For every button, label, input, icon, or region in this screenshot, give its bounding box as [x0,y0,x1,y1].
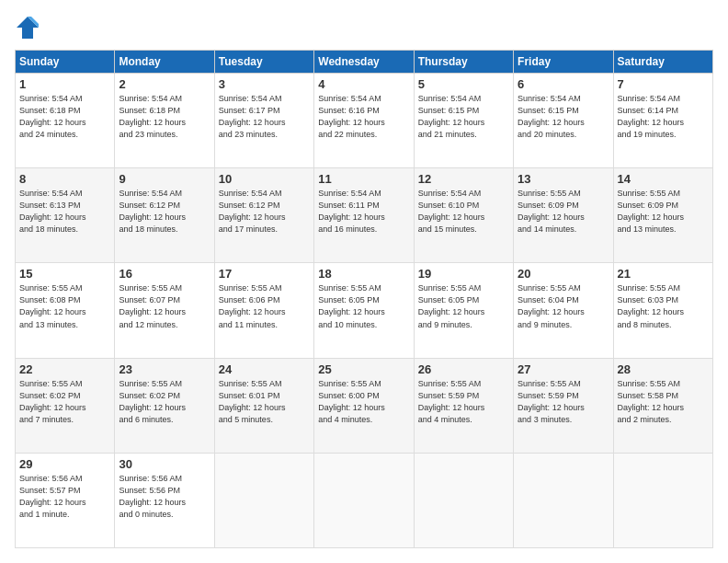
calendar-cell [613,453,712,547]
day-number: 9 [119,172,210,186]
day-info: Sunrise: 5:55 AM Sunset: 6:02 PM Dayligh… [119,378,210,426]
day-number: 21 [618,267,709,281]
day-number: 19 [418,267,509,281]
day-number: 25 [318,362,409,376]
calendar-cell: 29Sunrise: 5:56 AM Sunset: 5:57 PM Dayli… [16,453,115,547]
day-number: 26 [418,362,509,376]
day-info: Sunrise: 5:54 AM Sunset: 6:13 PM Dayligh… [19,188,110,236]
calendar-cell: 9Sunrise: 5:54 AM Sunset: 6:12 PM Daylig… [115,168,214,263]
calendar-cell [414,453,513,547]
calendar-week-1: 1Sunrise: 5:54 AM Sunset: 6:18 PM Daylig… [16,74,713,168]
day-info: Sunrise: 5:55 AM Sunset: 6:05 PM Dayligh… [418,282,509,330]
day-number: 17 [219,267,310,281]
day-info: Sunrise: 5:55 AM Sunset: 6:08 PM Dayligh… [19,282,110,330]
day-number: 3 [219,77,310,91]
day-info: Sunrise: 5:54 AM Sunset: 6:12 PM Dayligh… [119,188,210,236]
day-info: Sunrise: 5:55 AM Sunset: 6:09 PM Dayligh… [618,188,709,236]
calendar-cell: 5Sunrise: 5:54 AM Sunset: 6:15 PM Daylig… [414,74,513,168]
calendar-cell [514,453,613,547]
calendar-cell: 11Sunrise: 5:54 AM Sunset: 6:11 PM Dayli… [314,168,414,263]
day-info: Sunrise: 5:55 AM Sunset: 5:59 PM Dayligh… [418,378,509,426]
calendar-cell: 21Sunrise: 5:55 AM Sunset: 6:03 PM Dayli… [613,263,712,358]
day-info: Sunrise: 5:54 AM Sunset: 6:15 PM Dayligh… [518,93,609,141]
calendar-week-3: 15Sunrise: 5:55 AM Sunset: 6:08 PM Dayli… [16,263,713,358]
header [15,15,713,40]
calendar-week-5: 29Sunrise: 5:56 AM Sunset: 5:57 PM Dayli… [16,453,713,547]
calendar-cell: 28Sunrise: 5:55 AM Sunset: 5:58 PM Dayli… [613,358,712,453]
day-number: 2 [119,77,210,91]
day-number: 10 [219,172,310,186]
day-info: Sunrise: 5:54 AM Sunset: 6:15 PM Dayligh… [418,93,509,141]
calendar-cell: 13Sunrise: 5:55 AM Sunset: 6:09 PM Dayli… [514,168,613,263]
day-number: 12 [418,172,509,186]
calendar-cell [214,453,313,547]
day-number: 11 [318,172,409,186]
day-header-tuesday: Tuesday [214,51,313,74]
day-info: Sunrise: 5:55 AM Sunset: 6:06 PM Dayligh… [219,282,310,330]
day-info: Sunrise: 5:54 AM Sunset: 6:16 PM Dayligh… [318,93,409,141]
day-number: 22 [19,362,110,376]
day-number: 16 [119,267,210,281]
calendar-cell: 10Sunrise: 5:54 AM Sunset: 6:12 PM Dayli… [214,168,313,263]
day-info: Sunrise: 5:55 AM Sunset: 6:07 PM Dayligh… [119,282,210,330]
day-number: 18 [318,267,409,281]
day-header-sunday: Sunday [16,51,115,74]
day-number: 1 [19,77,110,91]
day-info: Sunrise: 5:54 AM Sunset: 6:12 PM Dayligh… [219,188,310,236]
day-header-saturday: Saturday [613,51,712,74]
day-number: 14 [618,172,709,186]
svg-marker-0 [17,17,39,39]
day-info: Sunrise: 5:55 AM Sunset: 5:58 PM Dayligh… [618,378,709,426]
day-number: 29 [19,457,110,471]
calendar-cell: 4Sunrise: 5:54 AM Sunset: 6:16 PM Daylig… [314,74,414,168]
day-header-wednesday: Wednesday [314,51,414,74]
day-info: Sunrise: 5:55 AM Sunset: 6:04 PM Dayligh… [518,282,609,330]
calendar-cell: 3Sunrise: 5:54 AM Sunset: 6:17 PM Daylig… [214,74,313,168]
calendar-cell: 20Sunrise: 5:55 AM Sunset: 6:04 PM Dayli… [514,263,613,358]
calendar-cell: 27Sunrise: 5:55 AM Sunset: 5:59 PM Dayli… [514,358,613,453]
page: SundayMondayTuesdayWednesdayThursdayFrid… [0,0,728,563]
day-info: Sunrise: 5:55 AM Sunset: 6:09 PM Dayligh… [518,188,609,236]
day-header-thursday: Thursday [414,51,513,74]
day-number: 13 [518,172,609,186]
day-info: Sunrise: 5:55 AM Sunset: 6:01 PM Dayligh… [219,378,310,426]
day-number: 20 [518,267,609,281]
day-number: 28 [618,362,709,376]
day-info: Sunrise: 5:54 AM Sunset: 6:17 PM Dayligh… [219,93,310,141]
day-info: Sunrise: 5:54 AM Sunset: 6:14 PM Dayligh… [618,93,709,141]
day-info: Sunrise: 5:54 AM Sunset: 6:11 PM Dayligh… [318,188,409,236]
day-info: Sunrise: 5:54 AM Sunset: 6:18 PM Dayligh… [19,93,110,141]
day-number: 27 [518,362,609,376]
day-number: 5 [418,77,509,91]
day-number: 6 [518,77,609,91]
calendar-cell: 2Sunrise: 5:54 AM Sunset: 6:18 PM Daylig… [115,74,214,168]
day-header-friday: Friday [514,51,613,74]
day-info: Sunrise: 5:54 AM Sunset: 6:10 PM Dayligh… [418,188,509,236]
calendar-cell: 24Sunrise: 5:55 AM Sunset: 6:01 PM Dayli… [214,358,313,453]
logo [15,15,44,40]
day-info: Sunrise: 5:55 AM Sunset: 5:59 PM Dayligh… [518,378,609,426]
calendar-week-4: 22Sunrise: 5:55 AM Sunset: 6:02 PM Dayli… [16,358,713,453]
calendar-table: SundayMondayTuesdayWednesdayThursdayFrid… [15,50,713,548]
day-info: Sunrise: 5:55 AM Sunset: 6:05 PM Dayligh… [318,282,409,330]
day-header-monday: Monday [115,51,214,74]
calendar-cell: 18Sunrise: 5:55 AM Sunset: 6:05 PM Dayli… [314,263,414,358]
calendar-cell: 1Sunrise: 5:54 AM Sunset: 6:18 PM Daylig… [16,74,115,168]
day-info: Sunrise: 5:54 AM Sunset: 6:18 PM Dayligh… [119,93,210,141]
calendar-cell: 8Sunrise: 5:54 AM Sunset: 6:13 PM Daylig… [16,168,115,263]
calendar-cell: 15Sunrise: 5:55 AM Sunset: 6:08 PM Dayli… [16,263,115,358]
day-number: 8 [19,172,110,186]
calendar-cell: 30Sunrise: 5:56 AM Sunset: 5:56 PM Dayli… [115,453,214,547]
day-info: Sunrise: 5:56 AM Sunset: 5:57 PM Dayligh… [19,473,110,521]
day-number: 23 [119,362,210,376]
day-number: 7 [618,77,709,91]
logo-icon [15,15,40,40]
day-number: 4 [318,77,409,91]
calendar-cell: 19Sunrise: 5:55 AM Sunset: 6:05 PM Dayli… [414,263,513,358]
calendar-cell: 17Sunrise: 5:55 AM Sunset: 6:06 PM Dayli… [214,263,313,358]
day-number: 15 [19,267,110,281]
calendar-header-row: SundayMondayTuesdayWednesdayThursdayFrid… [16,51,713,74]
day-number: 30 [119,457,210,471]
day-number: 24 [219,362,310,376]
day-info: Sunrise: 5:55 AM Sunset: 6:03 PM Dayligh… [618,282,709,330]
